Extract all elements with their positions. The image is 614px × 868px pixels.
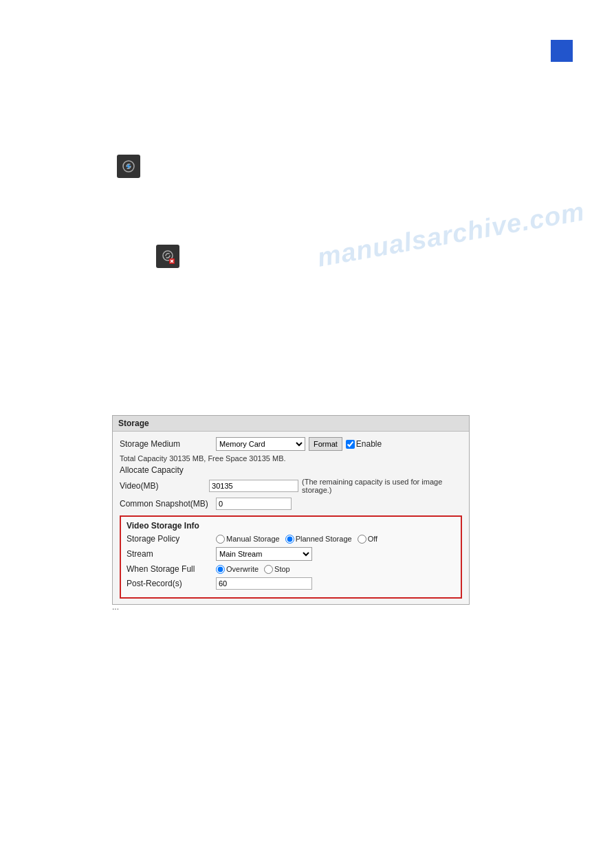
stream-label: Stream [127, 549, 216, 559]
enable-label: Enable [346, 439, 382, 449]
storage-medium-row: Storage Medium Memory Card NAS FTP Forma… [120, 437, 462, 451]
video-storage-info-section: Video Storage Info Storage Policy Manual… [120, 515, 462, 599]
video-mb-row: Video(MB) (The remaining capacity is use… [120, 478, 462, 494]
dots-indicator: ... [112, 602, 119, 612]
video-storage-info-title: Video Storage Info [127, 521, 455, 531]
add-icon-top[interactable] [117, 155, 140, 178]
storage-medium-select[interactable]: Memory Card NAS FTP [216, 437, 305, 451]
format-button[interactable]: Format [309, 437, 342, 451]
video-mb-label: Video(MB) [120, 481, 209, 491]
policy-off[interactable]: Off [358, 535, 377, 544]
snapshot-mb-label: Common Snapshot(MB) [120, 499, 216, 509]
full-overwrite[interactable]: Overwrite [216, 565, 259, 574]
video-mb-hint: (The remaining capacity is used for imag… [302, 478, 462, 494]
storage-medium-label: Storage Medium [120, 439, 216, 449]
video-mb-input[interactable] [209, 480, 298, 492]
watermark: manualsarchive.com [315, 197, 586, 273]
capacity-info: Total Capacity 30135 MB, Free Space 3013… [120, 454, 462, 463]
snapshot-mb-input[interactable] [216, 498, 292, 510]
storage-policy-row: Storage Policy Manual Storage Planned St… [127, 534, 455, 544]
post-record-row: Post-Record(s) [127, 577, 455, 590]
snapshot-mb-row: Common Snapshot(MB) [120, 498, 462, 510]
post-record-label: Post-Record(s) [127, 579, 216, 588]
allocate-title: Allocate Capacity [120, 465, 462, 475]
stream-row: Stream Main Stream Sub Stream [127, 547, 455, 561]
storage-panel: Storage Storage Medium Memory Card NAS F… [112, 415, 470, 605]
blue-square-indicator [551, 40, 573, 62]
policy-planned[interactable]: Planned Storage [285, 535, 352, 544]
allocate-section: Allocate Capacity Video(MB) (The remaini… [120, 465, 462, 510]
storage-panel-title: Storage [113, 416, 469, 432]
post-record-input[interactable] [216, 577, 312, 590]
when-full-row: When Storage Full Overwrite Stop [127, 564, 455, 574]
policy-manual[interactable]: Manual Storage [216, 535, 280, 544]
when-full-label: When Storage Full [127, 564, 216, 574]
storage-policy-label: Storage Policy [127, 534, 216, 544]
remove-icon[interactable] [156, 245, 179, 268]
enable-checkbox[interactable] [346, 440, 355, 449]
stream-select[interactable]: Main Stream Sub Stream [216, 547, 312, 561]
when-full-options: Overwrite Stop [216, 565, 290, 574]
full-stop[interactable]: Stop [264, 565, 290, 574]
storage-policy-options: Manual Storage Planned Storage Off [216, 535, 377, 544]
